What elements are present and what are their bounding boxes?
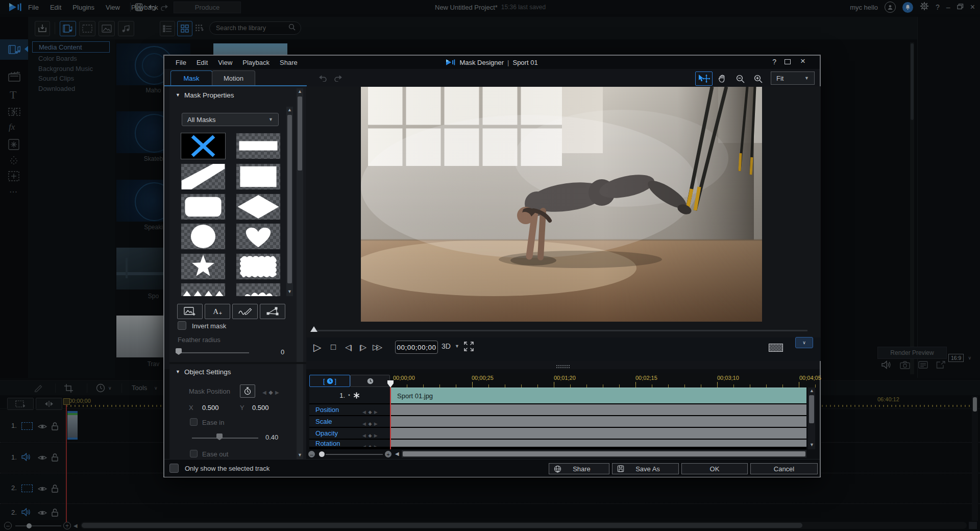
mask-shape-ellipse[interactable] bbox=[181, 223, 226, 250]
dialog-menu-file[interactable]: File bbox=[176, 59, 186, 66]
viewer-scrub-marker[interactable] bbox=[310, 326, 317, 332]
kf-zoom-track[interactable] bbox=[326, 454, 383, 455]
image-mask-button[interactable] bbox=[177, 304, 203, 319]
preview-image[interactable] bbox=[361, 87, 762, 322]
viewer-scrub-track[interactable] bbox=[313, 330, 807, 331]
dialog-close-icon[interactable]: × bbox=[800, 56, 805, 66]
prev-keyframe-icon[interactable]: ◀ bbox=[362, 409, 366, 415]
add-keyframe-icon[interactable]: ◆ bbox=[368, 444, 372, 447]
kf-property-row-header[interactable]: Rotation ◀ ◆ ▶ bbox=[309, 440, 390, 447]
grid-scroll-down-icon[interactable]: ▼ bbox=[287, 289, 292, 294]
add-keyframe-icon[interactable]: ◆ bbox=[368, 421, 372, 426]
timecode-display[interactable]: 00;00;00;00 bbox=[395, 341, 438, 354]
mask-filter-dropdown[interactable]: All Masks ▼ bbox=[182, 113, 279, 126]
panel-scroll-up-icon[interactable]: ▲ bbox=[298, 89, 302, 94]
tab-mask[interactable]: Mask bbox=[170, 70, 212, 86]
next-keyframe-icon[interactable]: ▶ bbox=[374, 444, 378, 447]
next-keyframe-icon[interactable]: ▶ bbox=[275, 390, 279, 395]
mask-panel-scrollbar[interactable]: ▲ ▼ bbox=[297, 88, 303, 460]
mask-shape-rectangle[interactable] bbox=[236, 163, 281, 190]
mask-shape-star[interactable] bbox=[181, 253, 226, 280]
mask-shape-bar[interactable] bbox=[236, 133, 281, 159]
dialog-titlebar[interactable]: File Edit View Playback Share Mask Desig… bbox=[164, 56, 820, 69]
kf-zoom-handle[interactable] bbox=[319, 451, 325, 457]
fast-forward-button[interactable]: ▷▷ bbox=[373, 343, 380, 352]
ease-slider-handle[interactable] bbox=[216, 433, 223, 440]
zoom-fit-dropdown[interactable]: Fit ▼ bbox=[771, 71, 815, 85]
next-frame-button[interactable]: |▷ bbox=[359, 343, 366, 352]
keyframe-stopwatch-button[interactable] bbox=[240, 384, 255, 398]
keyframe-playhead-marker-tip[interactable] bbox=[387, 383, 394, 388]
section-collapse-icon[interactable]: ▼ bbox=[176, 93, 180, 98]
mode-3d-chevron-icon[interactable]: ▼ bbox=[455, 344, 459, 349]
kf-track-header[interactable]: 1. * bbox=[309, 388, 390, 403]
dialog-help-icon[interactable]: ? bbox=[772, 58, 776, 66]
clip-duration-button[interactable] bbox=[350, 375, 390, 387]
next-keyframe-icon[interactable]: ▶ bbox=[374, 433, 378, 438]
select-move-tool-button[interactable] bbox=[695, 71, 713, 86]
viewer-canvas[interactable] bbox=[307, 86, 821, 337]
kf-zoom-in[interactable]: + bbox=[385, 451, 391, 457]
keyframe-playhead-line[interactable] bbox=[390, 388, 391, 449]
kf-hscrollbar[interactable] bbox=[402, 450, 806, 457]
mask-grid-scrollbar[interactable]: ▲ ▼ bbox=[286, 107, 293, 296]
mask-shape-heart[interactable] bbox=[236, 223, 281, 250]
next-keyframe-icon[interactable]: ▶ bbox=[374, 421, 378, 426]
tab-motion[interactable]: Motion bbox=[212, 70, 255, 86]
viewer-redo-icon[interactable] bbox=[334, 74, 342, 84]
dialog-menu-view[interactable]: View bbox=[218, 59, 232, 66]
clip-lane[interactable]: Sport 01.jpg bbox=[391, 388, 806, 403]
draw-mask-button[interactable] bbox=[232, 304, 258, 319]
keyframe-ruler[interactable]: 00;00;00 00;00;25 00;01;20 00;02;15 00;0… bbox=[390, 373, 820, 388]
kf-zoom-out[interactable]: – bbox=[308, 451, 315, 457]
kf-lane[interactable] bbox=[391, 440, 806, 447]
ease-in-checkbox[interactable] bbox=[190, 418, 198, 426]
feather-slider-track[interactable] bbox=[178, 352, 249, 353]
ease-slider-track[interactable] bbox=[192, 438, 258, 439]
kf-property-row-header[interactable]: Position ◀ ◆ ▶ bbox=[309, 404, 390, 415]
dialog-maximize-icon[interactable] bbox=[785, 59, 791, 64]
viewer-undo-icon[interactable] bbox=[318, 74, 327, 84]
prev-keyframe-icon[interactable]: ◀ bbox=[362, 433, 366, 438]
mask-shape-diagonal-band[interactable] bbox=[181, 163, 226, 190]
zoom-in-button[interactable] bbox=[750, 71, 766, 86]
mask-shape-zigzag[interactable] bbox=[181, 283, 226, 296]
invert-mask-checkbox[interactable] bbox=[178, 321, 186, 330]
ease-out-checkbox[interactable] bbox=[190, 450, 198, 457]
prev-keyframe-icon[interactable]: ◀ bbox=[362, 444, 366, 447]
mask-shape-scallop[interactable] bbox=[236, 283, 281, 296]
kf-scroll-up-icon[interactable]: ▲ bbox=[810, 389, 814, 393]
cancel-button[interactable]: Cancel bbox=[750, 463, 818, 474]
kf-scroll-down-icon[interactable]: ▼ bbox=[810, 443, 814, 447]
panel-scroll-down-icon[interactable]: ▼ bbox=[298, 453, 302, 457]
kf-lane[interactable] bbox=[391, 428, 806, 439]
bezier-mask-button[interactable] bbox=[260, 304, 285, 319]
dialog-menu-edit[interactable]: Edit bbox=[197, 59, 208, 66]
add-keyframe-icon[interactable]: ◆ bbox=[268, 389, 273, 395]
save-as-button[interactable]: Save As bbox=[612, 463, 679, 474]
dialog-menu-share[interactable]: Share bbox=[280, 59, 298, 66]
zoom-out-button[interactable] bbox=[732, 71, 748, 86]
share-button[interactable]: Share bbox=[549, 463, 609, 474]
stop-button[interactable]: □ bbox=[331, 343, 336, 351]
hand-tool-button[interactable] bbox=[714, 71, 730, 86]
add-keyframe-icon[interactable]: ◆ bbox=[368, 433, 372, 438]
previous-frame-button[interactable]: ◁| bbox=[345, 343, 352, 352]
fullscreen-icon[interactable] bbox=[464, 342, 474, 353]
keyframe-mode-button[interactable]: [ ] bbox=[309, 375, 350, 387]
kf-lane[interactable] bbox=[391, 404, 806, 415]
section-collapse-icon[interactable]: ▼ bbox=[176, 370, 180, 374]
dialog-menu-playback[interactable]: Playback bbox=[242, 59, 270, 66]
kf-lane[interactable] bbox=[391, 416, 806, 427]
mask-preview-thumb-icon[interactable] bbox=[769, 344, 783, 352]
prev-keyframe-icon[interactable]: ◀ bbox=[262, 390, 266, 395]
text-mask-button[interactable]: A+ bbox=[205, 304, 230, 319]
kf-scroll-left-icon[interactable]: ◀ bbox=[395, 451, 399, 456]
mask-y-value[interactable]: 0.500 bbox=[252, 404, 269, 412]
feather-slider-handle[interactable] bbox=[176, 348, 182, 355]
mask-shape-stamp[interactable] bbox=[236, 253, 281, 280]
viewer-collapse-button[interactable]: ∨ bbox=[795, 337, 813, 348]
ok-button[interactable]: OK bbox=[681, 463, 748, 474]
add-keyframe-icon[interactable]: ◆ bbox=[368, 409, 372, 415]
next-keyframe-icon[interactable]: ▶ bbox=[374, 409, 378, 415]
